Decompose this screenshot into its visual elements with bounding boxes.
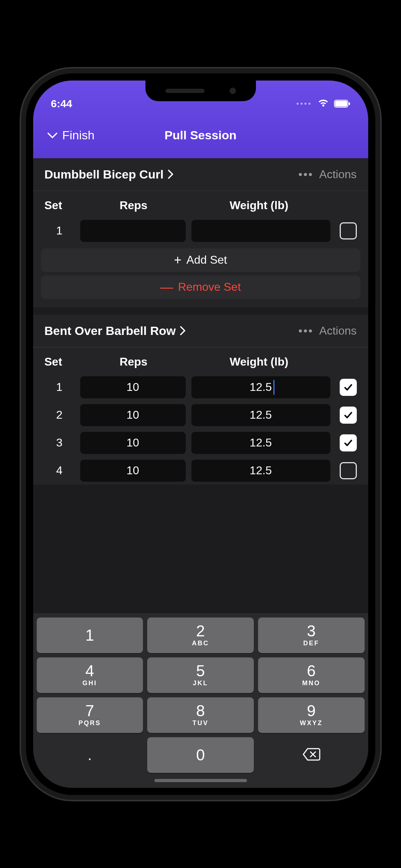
- notch: [145, 81, 256, 101]
- plus-icon: +: [174, 253, 181, 268]
- set-complete-checkbox[interactable]: [340, 462, 357, 479]
- wifi-icon: [318, 99, 329, 108]
- exercise-card: Bent Over Barbell Row ••• Actions Set Re…: [33, 315, 368, 485]
- finish-label: Finish: [62, 128, 95, 142]
- svg-rect-2: [349, 102, 350, 105]
- reps-input[interactable]: 10: [80, 404, 186, 426]
- table-header: Set Reps Weight (lb): [33, 347, 368, 373]
- home-indicator[interactable]: [154, 779, 247, 782]
- remove-set-label: Remove Set: [178, 280, 241, 294]
- actions-label: Actions: [319, 324, 357, 337]
- digit-key-7[interactable]: 7PQRS: [37, 697, 143, 733]
- actions-button[interactable]: ••• Actions: [298, 324, 357, 337]
- digit-key-6[interactable]: 6MNO: [258, 657, 365, 693]
- actions-button[interactable]: ••• Actions: [298, 168, 357, 181]
- col-reps: Reps: [80, 199, 187, 212]
- reps-input[interactable]: [80, 220, 186, 242]
- chevron-right-icon: [167, 169, 174, 179]
- weight-input[interactable]: 12.5: [191, 404, 330, 426]
- weight-input[interactable]: 12.5: [191, 376, 330, 398]
- backspace-key[interactable]: [258, 737, 365, 773]
- remove-set-button[interactable]: —Remove Set: [41, 275, 360, 299]
- digit-key-3[interactable]: 3DEF: [258, 618, 365, 653]
- key-digit: 8: [196, 703, 205, 719]
- digit-key-5[interactable]: 5JKL: [147, 657, 254, 693]
- weight-input[interactable]: 12.5: [191, 460, 330, 482]
- exercise-name: Bent Over Barbell Row: [45, 324, 176, 338]
- key-letters: DEF: [303, 640, 319, 647]
- chevron-right-icon: [179, 326, 186, 336]
- exercise-card: Dumbbell Bicep Curl ••• Actions Set Reps…: [33, 158, 368, 308]
- digit-key-2[interactable]: 2ABC: [147, 618, 254, 653]
- col-weight: Weight (lb): [187, 355, 331, 368]
- ellipsis-icon: •••: [298, 168, 314, 181]
- key-letters: ABC: [192, 640, 209, 647]
- key-letters: MNO: [302, 680, 320, 687]
- set-number: 4: [45, 464, 74, 477]
- key-digit: 7: [86, 703, 94, 719]
- table-header: Set Reps Weight (lb): [33, 191, 368, 217]
- digit-key-4[interactable]: 4GHI: [37, 657, 143, 693]
- reps-input[interactable]: 10: [80, 432, 186, 454]
- decimal-key[interactable]: .: [37, 737, 143, 773]
- reps-input[interactable]: 10: [80, 376, 186, 398]
- status-icons: [297, 99, 350, 108]
- key-letters: JKL: [193, 680, 208, 687]
- set-row: 4 10 12.5: [33, 457, 368, 485]
- add-set-button[interactable]: +Add Set: [41, 248, 360, 272]
- ellipsis-icon: •••: [298, 324, 314, 337]
- digit-key-0[interactable]: 0: [147, 737, 254, 773]
- chevron-down-icon: [47, 132, 57, 139]
- digit-key-9[interactable]: 9WXYZ: [258, 697, 365, 733]
- key-digit: 0: [196, 747, 205, 763]
- exercise-title[interactable]: Bent Over Barbell Row: [45, 324, 186, 338]
- set-complete-checkbox[interactable]: [340, 407, 357, 424]
- set-row: 1 10 12.5: [33, 373, 368, 401]
- set-complete-checkbox[interactable]: [340, 434, 357, 451]
- key-letters: WXYZ: [300, 719, 323, 727]
- set-number: 1: [45, 224, 74, 237]
- phone-frame: 6:44: [26, 73, 375, 795]
- reps-input[interactable]: 10: [80, 460, 186, 482]
- set-complete-checkbox[interactable]: [340, 379, 357, 396]
- key-digit: 5: [196, 663, 205, 679]
- set-number: 1: [45, 381, 74, 394]
- actions-label: Actions: [319, 168, 357, 181]
- battery-icon: [334, 100, 350, 108]
- digit-key-1[interactable]: 1: [37, 618, 143, 653]
- set-row: 3 10 12.5: [33, 429, 368, 457]
- backspace-icon: [302, 747, 320, 763]
- set-number: 2: [45, 408, 74, 422]
- add-set-label: Add Set: [186, 253, 227, 267]
- set-complete-checkbox[interactable]: [340, 222, 357, 239]
- key-digit: 6: [307, 663, 315, 679]
- key-letters: GHI: [82, 680, 97, 687]
- key-digit: 1: [86, 627, 94, 643]
- finish-button[interactable]: Finish: [47, 128, 95, 142]
- key-digit: 3: [307, 623, 315, 639]
- digit-key-8[interactable]: 8TUV: [147, 697, 254, 733]
- set-row: 1: [33, 217, 368, 245]
- exercise-name: Dumbbell Bicep Curl: [45, 167, 164, 181]
- key-digit: 2: [196, 623, 205, 639]
- key-digit: .: [88, 748, 92, 762]
- numeric-keypad: 12ABC3DEF4GHI5JKL6MNO7PQRS8TUV9WXYZ.0: [33, 613, 368, 788]
- key-digit: 9: [307, 703, 315, 719]
- set-row: 2 10 12.5: [33, 401, 368, 429]
- weight-input[interactable]: 12.5: [191, 432, 330, 454]
- weight-input[interactable]: [191, 220, 330, 242]
- exercise-title[interactable]: Dumbbell Bicep Curl: [45, 167, 174, 181]
- col-reps: Reps: [80, 355, 187, 368]
- set-number: 3: [45, 436, 74, 449]
- col-weight: Weight (lb): [187, 199, 331, 212]
- svg-rect-1: [335, 101, 347, 107]
- minus-icon: —: [160, 280, 173, 295]
- key-letters: PQRS: [78, 719, 101, 727]
- key-digit: 4: [86, 663, 94, 679]
- status-time: 6:44: [51, 98, 72, 110]
- col-set: Set: [45, 199, 80, 212]
- col-set: Set: [45, 355, 80, 368]
- key-letters: TUV: [192, 719, 209, 727]
